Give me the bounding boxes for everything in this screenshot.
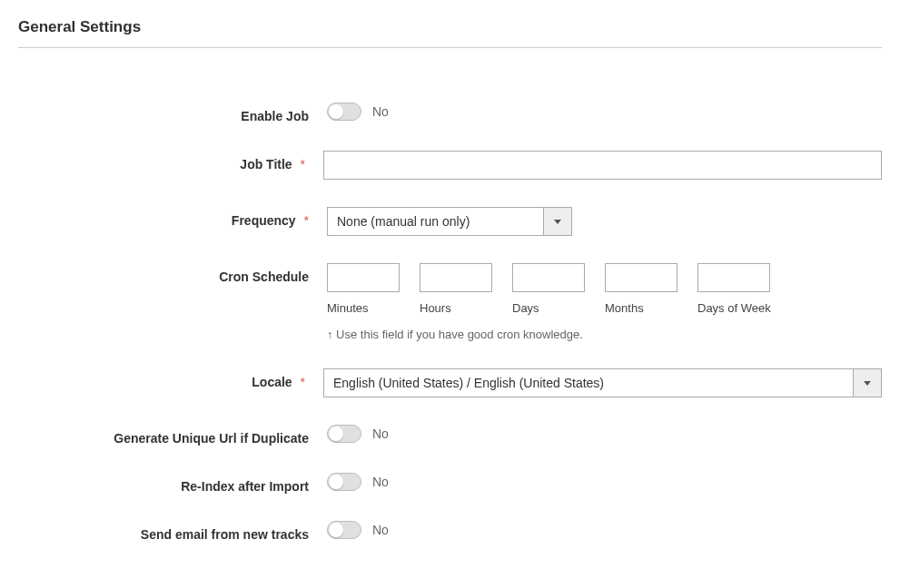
required-mark: *	[304, 213, 309, 228]
sublabel-months: Months	[605, 301, 677, 315]
toggle-enable-job[interactable]	[327, 103, 361, 121]
label-text-locale: Locale	[252, 375, 292, 389]
sublabel-minutes: Minutes	[327, 301, 400, 315]
input-cron-hours[interactable]	[420, 263, 492, 292]
input-cron-days[interactable]	[512, 263, 585, 292]
chevron-down-icon[interactable]	[853, 368, 882, 397]
svg-marker-1	[864, 381, 871, 386]
input-job-title[interactable]	[323, 151, 882, 180]
field-locale: Locale * English (United States) / Engli…	[18, 368, 882, 397]
field-generate-unique-url: Generate Unique Url if Duplicate No	[18, 425, 882, 446]
select-locale[interactable]: English (United States) / English (Unite…	[323, 368, 882, 397]
chevron-down-icon[interactable]	[543, 207, 572, 236]
sublabel-days: Days	[512, 301, 585, 315]
toggle-generate-unique-url[interactable]	[327, 425, 361, 443]
svg-marker-0	[554, 220, 561, 224]
field-enable-job: Enable Job No	[18, 103, 882, 123]
label-job-title: Job Title *	[18, 151, 323, 172]
select-value-locale: English (United States) / English (Unite…	[323, 368, 853, 397]
required-mark: *	[301, 375, 305, 389]
required-mark: *	[301, 157, 305, 172]
field-cron-schedule: Cron Schedule Minutes Hours Days Months …	[18, 263, 882, 341]
field-reindex: Re-Index after Import No	[18, 473, 882, 494]
label-enable-job: Enable Job	[18, 103, 327, 123]
input-cron-daysofweek[interactable]	[697, 263, 770, 292]
hint-cron: ↑ Use this field if you have good cron k…	[327, 328, 882, 341]
input-cron-minutes[interactable]	[327, 263, 400, 292]
label-text-job-title: Job Title	[240, 157, 292, 172]
label-frequency: Frequency *	[18, 207, 327, 228]
field-send-email: Send email from new tracks No	[18, 521, 882, 542]
input-cron-months[interactable]	[605, 263, 677, 292]
field-frequency: Frequency * None (manual run only)	[18, 207, 882, 236]
section-title: General Settings	[18, 18, 882, 48]
toggle-value-send-email: No	[372, 523, 389, 537]
label-generate-unique-url: Generate Unique Url if Duplicate	[18, 425, 327, 446]
sublabel-hours: Hours	[420, 301, 492, 315]
field-job-title: Job Title *	[18, 151, 882, 180]
select-value-frequency: None (manual run only)	[327, 207, 543, 236]
label-send-email: Send email from new tracks	[18, 521, 327, 542]
toggle-value-reindex: No	[372, 475, 389, 489]
select-frequency[interactable]: None (manual run only)	[327, 207, 572, 236]
toggle-reindex[interactable]	[327, 473, 361, 491]
label-locale: Locale *	[18, 368, 323, 389]
label-cron-schedule: Cron Schedule	[18, 263, 327, 284]
toggle-value-generate-unique-url: No	[372, 426, 389, 441]
sublabel-daysofweek: Days of Week	[697, 301, 771, 315]
toggle-send-email[interactable]	[327, 521, 361, 539]
label-text-frequency: Frequency	[232, 213, 296, 228]
label-reindex: Re-Index after Import	[18, 473, 327, 494]
toggle-value-enable-job: No	[372, 104, 389, 119]
